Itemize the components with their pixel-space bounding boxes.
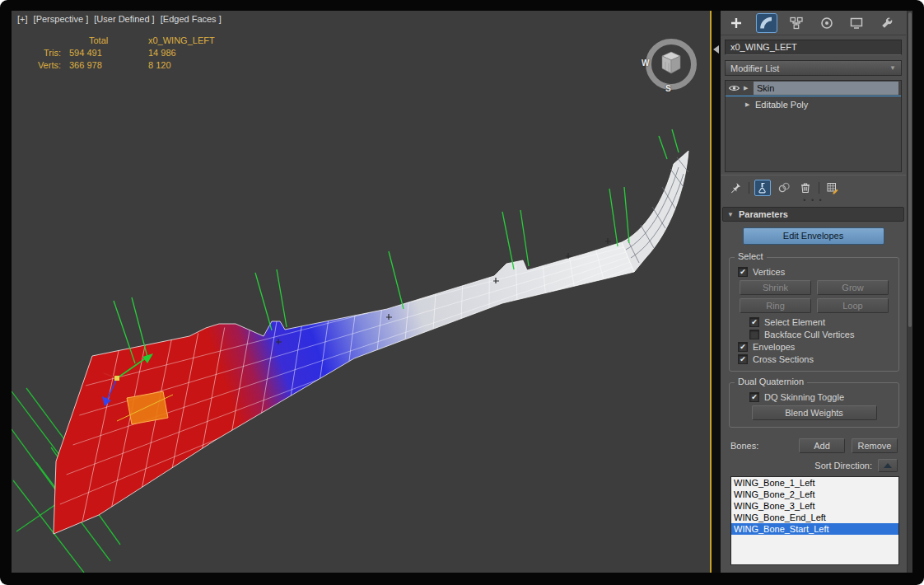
stats-verts-object: 8 120 — [148, 60, 215, 70]
backface-cull-vertices-checkbox[interactable]: Backface Cull Vertices — [749, 330, 894, 339]
bone-list-item-selected[interactable]: WING_Bone_Start_Left — [731, 523, 898, 535]
viewport-general-menu[interactable]: [+] — [17, 14, 28, 24]
checkbox-check-icon: ✔ — [738, 354, 748, 364]
viewcube-south-label[interactable]: S — [665, 84, 671, 93]
toolbar-separator — [749, 182, 749, 194]
show-end-result-button[interactable] — [754, 180, 771, 196]
vertices-checkbox[interactable]: ✔ Vertices — [738, 267, 894, 277]
bone-list-item[interactable]: WING_Bone_End_Left — [731, 512, 898, 523]
sort-direction-label: Sort Direction: — [814, 461, 872, 470]
viewport-pov-menu[interactable]: [Perspective ] — [34, 14, 89, 24]
ring-button[interactable]: Ring — [740, 298, 811, 313]
perspective-viewport[interactable]: [+] [Perspective ] [User Defined ] [Edge… — [12, 11, 712, 573]
remove-modifier-button[interactable] — [797, 180, 814, 196]
cross-sections-checkbox[interactable]: ✔ Cross Sections — [738, 354, 894, 364]
panel-scrollbar-thumb[interactable] — [908, 12, 912, 327]
bone-list-item[interactable]: WING_Bone_2_Left — [731, 489, 898, 500]
visibility-eye-icon[interactable] — [728, 82, 740, 94]
modifier-stack: ▶ Skin ▶ Editable Poly — [725, 80, 902, 172]
command-panel-tabs — [721, 11, 906, 35]
expand-arrow-icon[interactable]: ▶ — [744, 85, 750, 91]
tab-utilities[interactable] — [876, 13, 898, 33]
panel-scrollbar[interactable] — [907, 11, 912, 573]
parameters-rollout-header[interactable]: ▼ Parameters — [722, 207, 904, 222]
modifier-name[interactable]: Skin — [754, 82, 898, 95]
viewport-canvas[interactable] — [12, 11, 710, 573]
stats-total-header: Total — [69, 35, 140, 45]
viewport-edged-faces-menu[interactable]: [Edged Faces ] — [161, 14, 222, 24]
blend-weights-button[interactable]: Blend Weights — [752, 405, 877, 420]
pin-icon — [729, 181, 742, 194]
create-plus-icon — [729, 16, 744, 30]
bones-row: Bones: Add Remove — [730, 438, 898, 453]
select-group-title: Select — [735, 251, 767, 261]
modify-arc-icon — [759, 16, 774, 30]
checkbox-empty-icon — [749, 330, 759, 339]
bone-list-item[interactable]: WING_Bone_3_Left — [731, 500, 898, 512]
configure-sets-icon — [826, 181, 839, 194]
tab-create[interactable] — [726, 13, 747, 33]
utilities-wrench-icon — [880, 16, 894, 30]
viewcube-west-label[interactable]: W — [642, 58, 649, 68]
tab-hierarchy[interactable] — [786, 13, 807, 33]
bones-label: Bones: — [730, 441, 758, 451]
dual-quaternion-group: Dual Quaternion ✔ DQ Skinning Toggle Ble… — [729, 382, 899, 428]
make-unique-button[interactable] — [776, 180, 792, 196]
viewport-statistics: Total x0_WING_LEFT Tris: 594 491 14 986 … — [23, 35, 215, 70]
checkbox-check-icon: ✔ — [738, 267, 748, 277]
add-bone-button[interactable]: Add — [799, 438, 845, 453]
viewport-shading-menu[interactable]: [User Defined ] — [94, 14, 154, 24]
winglet-mesh — [622, 151, 688, 272]
dual-quaternion-group-title: Dual Quaternion — [735, 377, 807, 386]
bone-list-item[interactable]: WING_Bone_1_Left — [731, 477, 898, 489]
vertices-label: Vertices — [753, 267, 785, 277]
dq-skinning-toggle-checkbox[interactable]: ✔ DQ Skinning Toggle — [749, 392, 894, 402]
select-buttons: Shrink Grow Ring Loop — [740, 280, 889, 313]
panel-splitter[interactable] — [712, 11, 721, 573]
viewcube-cube-icon[interactable] — [658, 49, 684, 78]
flask-icon — [757, 182, 769, 194]
object-name-field[interactable]: x0_WING_LEFT — [725, 40, 902, 55]
chevron-down-icon: ▼ — [889, 64, 896, 72]
stats-tris-label: Tris: — [23, 48, 61, 58]
modifier-name[interactable]: Editable Poly — [755, 100, 808, 110]
modifier-stack-row-skin[interactable]: ▶ Skin — [726, 81, 901, 96]
viewport-label: [+] [Perspective ] [User Defined ] [Edge… — [17, 14, 225, 24]
expand-arrow-icon[interactable]: ▶ — [745, 101, 752, 108]
hierarchy-icon — [789, 16, 804, 30]
edit-envelopes-button[interactable]: Edit Envelopes — [743, 227, 884, 245]
modifier-list-dropdown[interactable]: Modifier List ▼ — [725, 60, 902, 76]
wing-mesh — [54, 242, 634, 534]
select-element-label: Select Element — [764, 317, 825, 327]
checkbox-check-icon: ✔ — [749, 392, 759, 402]
shrink-button[interactable]: Shrink — [740, 280, 811, 295]
tab-modify[interactable] — [756, 13, 777, 33]
motion-wheel-icon — [819, 16, 834, 30]
backface-cull-label: Backface Cull Vertices — [764, 330, 854, 339]
sort-direction-button[interactable] — [878, 459, 898, 472]
dq-skinning-toggle-label: DQ Skinning Toggle — [764, 392, 844, 402]
envelopes-checkbox[interactable]: ✔ Envelopes — [738, 342, 894, 352]
modifier-stack-toolbar — [721, 175, 906, 198]
loop-button[interactable]: Loop — [817, 298, 889, 313]
stats-verts-label: Verts: — [23, 60, 61, 70]
stats-tris-total: 594 491 — [69, 48, 140, 58]
tab-motion[interactable] — [816, 13, 838, 33]
modifier-stack-row-editable-poly[interactable]: ▶ Editable Poly — [726, 96, 901, 112]
grow-button[interactable]: Grow — [817, 280, 889, 295]
remove-bone-button[interactable]: Remove — [852, 438, 898, 453]
panel-collapse-arrow-icon[interactable] — [713, 45, 719, 54]
configure-modifier-sets-button[interactable] — [824, 180, 841, 196]
select-element-checkbox[interactable]: ✔ Select Element — [749, 317, 894, 327]
pin-stack-button[interactable] — [727, 180, 744, 196]
rollout-title: Parameters — [739, 209, 788, 219]
tab-display[interactable] — [846, 13, 867, 33]
viewcube[interactable]: W S — [644, 37, 698, 91]
bone-list[interactable]: WING_Bone_1_Left WING_Bone_2_Left WING_B… — [730, 476, 899, 565]
rollout-grip[interactable]: • • • — [721, 198, 906, 204]
stats-verts-total: 366 978 — [69, 60, 140, 70]
display-monitor-icon — [849, 16, 864, 30]
select-group: Select ✔ Vertices Shrink Grow Ring Loop … — [729, 257, 899, 372]
envelopes-label: Envelopes — [753, 342, 795, 352]
stats-object-header: x0_WING_LEFT — [148, 35, 215, 45]
